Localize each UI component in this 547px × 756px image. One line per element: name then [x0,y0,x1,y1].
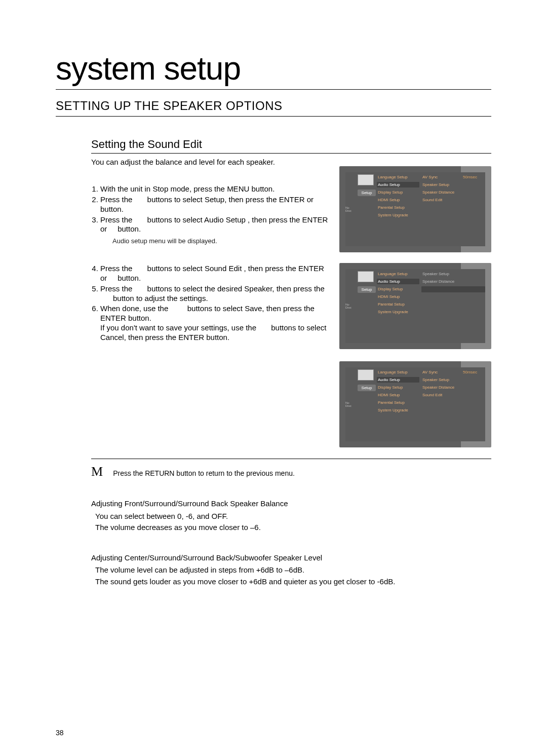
osd-item: HDMI Setup [377,294,419,299]
osd-item-selected: Audio Setup [377,377,419,383]
osd-item: System Upgrade [377,407,419,413]
osd-item-selected: Audio Setup [377,182,419,187]
osd-screenshot-1: No Disc Setup Language Setup Audio Setup… [339,166,491,252]
osd1-side: No Disc [345,206,356,212]
step-4: Press the buttons to select Sound Edit ,… [100,264,328,283]
osd-item: Sound Edit [421,197,485,203]
step-2: Press the buttons to select Setup, then … [100,195,328,214]
osd-item: Parental Setup [377,301,419,307]
osd-item-selected: Audio Setup [377,279,419,284]
osd-item: System Upgrade [377,212,419,218]
thumbnail-icon [358,271,374,282]
adjust-balance-l1: You can select between 0, -6, and OFF. [95,511,491,521]
osd3-tab: Setup [358,385,376,391]
step-3: Press the buttons to select Audio Setup … [100,215,328,246]
note-mark-icon: M [91,465,103,478]
osd-item: Display Setup [377,385,419,390]
adjust-balance-l2: The volume decreases as you move closer … [95,522,491,533]
adjust-balance-title: Adjusting Front/Surround/Surround Back S… [91,499,491,509]
osd-item: Parental Setup [377,400,419,405]
osd-screenshot-2: No Disc Setup Language Setup Audio Setup… [339,263,491,349]
osd3-side: No Disc [345,401,356,407]
adjust-level-l1: The volume level can be adjusted in step… [95,565,491,575]
adjust-level-l2: The sound gets louder as you move closer… [95,577,491,587]
osd2-tab: Setup [358,286,376,293]
adjust-level-title: Adjusting Center/Surround/Surround Back/… [91,553,491,563]
adjust-level-block: Adjusting Center/Surround/Surround Back/… [91,553,491,587]
osd-item: Speaker Setup [421,377,485,383]
adjust-balance-block: Adjusting Front/Surround/Surround Back S… [91,499,491,533]
thumbnail-icon [358,174,374,185]
page-title: system setup [56,51,491,86]
osd-value: 50msec [462,174,478,180]
osd-item: HDMI Setup [377,197,419,203]
step-3-note: Audio setup menu will be displayed. [112,237,328,245]
note-block: M Press the RETURN button to return to t… [91,459,491,478]
osd-item: Language Setup [377,174,419,180]
osd-value: 50msec [462,369,478,375]
osd-item: Speaker Setup [421,271,485,277]
intro-text: You can adjust the balance and level for… [91,158,491,166]
page-number: 38 [56,729,64,737]
osd-item: Speaker Distance [421,385,485,390]
osd-item: Speaker Distance [421,279,485,284]
steps-list-a: With the unit in Stop mode, press the ME… [91,184,328,245]
osd-item: Speaker Setup [421,182,485,187]
osd-screenshot-3: No Disc Setup Language Setup Audio Setup… [339,361,491,447]
step-5: Press the buttons to select the desired … [100,284,328,304]
row-steps-2: Press the buttons to select Sound Edit ,… [91,263,491,447]
osd-item: HDMI Setup [377,392,419,398]
osd1-tab: Setup [358,190,376,196]
sub-heading: Setting the Sound Edit [91,138,491,154]
steps-list-b: Press the buttons to select Sound Edit ,… [91,264,328,342]
osd-item: Speaker Distance [421,190,485,195]
step-6: When done, use the buttons to select Sav… [100,304,328,342]
content-area: Setting the Sound Edit You can adjust th… [56,138,491,587]
thumbnail-icon [358,369,374,381]
section-heading: SETTING UP THE SPEAKER OPTIONS [56,99,491,117]
osd-item: Language Setup [377,271,419,277]
osd-item: Language Setup [377,369,419,375]
osd-item: Display Setup [377,190,419,195]
document-page: system setup SETTING UP THE SPEAKER OPTI… [0,0,547,756]
step-1: With the unit in Stop mode, press the ME… [100,184,328,194]
osd-item: Display Setup [377,286,419,292]
osd-item: AV Sync [421,369,459,375]
row-steps-1: With the unit in Stop mode, press the ME… [91,166,491,253]
osd-item: Parental Setup [377,205,419,210]
osd-highlight-row [421,286,485,292]
osd-item: AV Sync [421,174,459,180]
osd-item: System Upgrade [377,309,419,315]
note-text: Press the RETURN button to return to the… [113,469,295,477]
title-block: system setup [56,51,491,90]
step-3-text: Press the buttons to select Audio Setup … [100,215,328,234]
osd2-side: No Disc [345,303,356,309]
osd-item: Sound Edit [421,392,485,398]
